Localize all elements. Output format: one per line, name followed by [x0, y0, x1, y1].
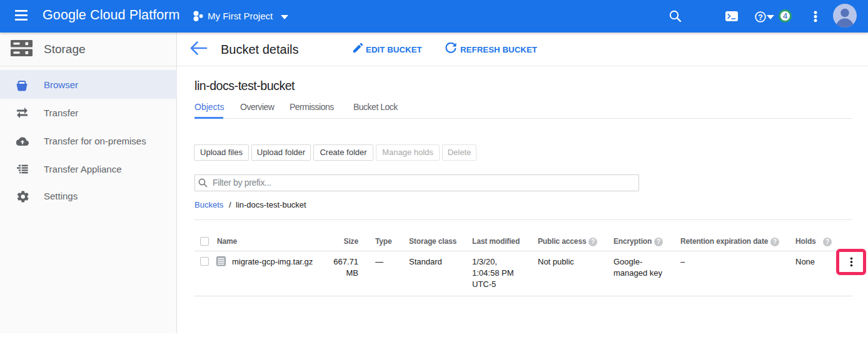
- svg-text:?: ?: [758, 13, 763, 22]
